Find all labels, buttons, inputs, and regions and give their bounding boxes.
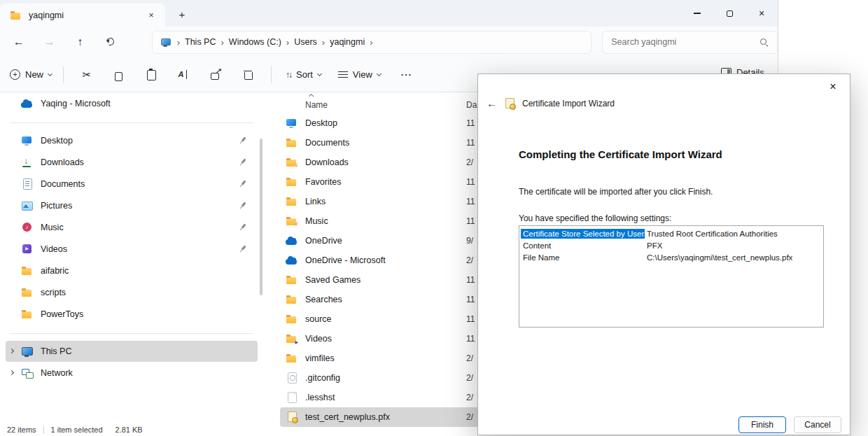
- toolbar-divider: [63, 66, 64, 83]
- folder-down-icon: ↓: [286, 157, 298, 168]
- breadcrumb-item-yaqingmi[interactable]: yaqingmi: [330, 37, 365, 47]
- up-button[interactable]: ↑: [74, 36, 86, 48]
- folder-icon: [286, 353, 298, 364]
- dialog-close-icon[interactable]: ×: [823, 78, 843, 95]
- cloud-icon: [286, 255, 298, 266]
- breadcrumb-item-users[interactable]: Users: [294, 37, 317, 47]
- this-pc-icon: [160, 37, 171, 47]
- gear-file-icon: [286, 372, 298, 384]
- new-tab-button[interactable]: +: [174, 6, 190, 23]
- sort-arrows-icon: ↑↓: [286, 70, 291, 80]
- file-item-lesshst[interactable]: .lesshst2/: [280, 388, 490, 407]
- file-item-music[interactable]: ♪Music11: [280, 211, 490, 231]
- new-button[interactable]: + New: [10, 69, 52, 80]
- address-bar[interactable]: › This PC›Windows (C:)›Users›yaqingmi›: [152, 31, 592, 54]
- file-name: Desktop: [305, 118, 337, 128]
- documents-icon: [21, 178, 34, 190]
- share-icon[interactable]: [208, 69, 223, 80]
- folder-icon: [21, 309, 34, 320]
- onedrive-cloud-icon: [21, 98, 34, 109]
- sidebar-item-desktop[interactable]: Desktop: [6, 130, 258, 151]
- sidebar-item-aifabric[interactable]: aifabric: [6, 260, 258, 281]
- pictures-icon: [21, 200, 34, 211]
- chevron-right-icon: ›: [370, 37, 372, 48]
- plus-icon: +: [10, 69, 20, 80]
- sidebar-item-onedrive[interactable]: Yaqing - Microsoft: [6, 93, 258, 114]
- setting-row-content[interactable]: ContentPFX: [519, 239, 823, 251]
- sidebar-item-network[interactable]: Network: [6, 363, 258, 384]
- refresh-button[interactable]: [104, 36, 117, 48]
- file-item-vimfiles[interactable]: vimfiles2/: [280, 349, 490, 368]
- file-item-gitconfig[interactable]: .gitconfig2/: [280, 368, 490, 388]
- file-item-searches[interactable]: Searches11: [280, 290, 490, 309]
- file-item-downloads[interactable]: ↓Downloads2/: [280, 153, 490, 172]
- sidebar-divider: [10, 333, 253, 334]
- setting-row-certificate-store-selected-by-user[interactable]: Certificate Store Selected by UserTruste…: [519, 227, 823, 239]
- folder-icon: [286, 314, 298, 325]
- delete-icon[interactable]: [240, 70, 255, 80]
- file-name: Searches: [305, 295, 342, 304]
- search-box[interactable]: Search yaqingmi: [602, 31, 778, 54]
- tab-close-icon[interactable]: ×: [144, 8, 158, 22]
- tab-bar: yaqingmi × + ×: [0, 0, 778, 27]
- copy-icon[interactable]: [111, 70, 127, 80]
- sidebar-item-powertoys[interactable]: PowerToys: [6, 304, 258, 325]
- setting-row-file-name[interactable]: File NameC:\Users\yaqingmi\test_cert_new…: [519, 251, 823, 263]
- sidebar-item-label: Documents: [41, 179, 85, 189]
- minimize-button[interactable]: [681, 0, 713, 27]
- file-item-favorites[interactable]: Favorites11: [280, 172, 490, 192]
- sidebar-item-downloads[interactable]: Downloads: [6, 152, 258, 173]
- sidebar-item-label: Network: [41, 368, 73, 378]
- breadcrumb: This PC›Windows (C:)›Users›yaqingmi›: [185, 37, 378, 48]
- cancel-button[interactable]: Cancel: [794, 416, 841, 433]
- sidebar-item-videos[interactable]: Videos: [6, 239, 258, 260]
- column-header-name[interactable]: Name: [305, 100, 328, 110]
- file-item-links[interactable]: Links11: [280, 192, 490, 211]
- forward-button[interactable]: →: [43, 36, 56, 48]
- file-item-onedrive[interactable]: OneDrive9/: [280, 231, 490, 251]
- file-item-documents[interactable]: Documents11: [280, 133, 490, 153]
- finish-button[interactable]: Finish: [738, 416, 786, 433]
- sort-button[interactable]: ↑↓ Sort: [286, 69, 321, 80]
- file-item-desktop[interactable]: Desktop11: [280, 113, 490, 133]
- sidebar-item-label: Pictures: [41, 201, 72, 211]
- sort-ascending-icon: [309, 94, 314, 99]
- file-name: vimfiles: [305, 353, 335, 363]
- close-button[interactable]: ×: [746, 0, 778, 27]
- sidebar-item-label: Music: [41, 223, 64, 232]
- cut-icon[interactable]: ✂: [79, 69, 94, 81]
- file-item-saved-games[interactable]: Saved Games11: [280, 270, 490, 290]
- sidebar-item-label: Yaqing - Microsoft: [41, 99, 111, 108]
- breadcrumb-item-this-pc[interactable]: This PC: [185, 37, 216, 47]
- back-button[interactable]: ←: [13, 36, 25, 48]
- folder-videos-icon: ▶: [286, 333, 298, 344]
- selection-size: 2.81 KB: [115, 426, 143, 434]
- back-arrow-icon[interactable]: ←: [486, 97, 497, 109]
- sidebar-scrollbar[interactable]: [260, 139, 262, 295]
- rename-icon[interactable]: [176, 70, 191, 80]
- file-item-test-cert-newplus-pfx[interactable]: test_cert_newplus.pfx2/: [280, 407, 490, 427]
- sidebar-item-pictures[interactable]: Pictures: [6, 195, 258, 216]
- sidebar-item-this-pc[interactable]: This PC: [6, 341, 258, 362]
- maximize-button[interactable]: [713, 0, 746, 27]
- file-name: Documents: [305, 138, 349, 148]
- selection-count: 1 item selected: [51, 426, 103, 434]
- file-item-onedrive-microsoft[interactable]: OneDrive - Microsoft2/: [280, 251, 490, 270]
- settings-listview[interactable]: Certificate Store Selected by UserTruste…: [519, 225, 824, 328]
- file-item-source[interactable]: source11: [280, 309, 490, 329]
- paste-icon[interactable]: [144, 69, 159, 80]
- view-button[interactable]: View: [338, 69, 381, 80]
- sidebar-item-scripts[interactable]: scripts: [6, 282, 258, 303]
- more-options-icon[interactable]: ···: [399, 69, 414, 80]
- sidebar-item-music[interactable]: Music: [6, 217, 258, 238]
- sidebar-item-label: Videos: [41, 244, 67, 254]
- setting-key: Content: [521, 241, 645, 251]
- pin-icon: [237, 200, 248, 211]
- cloud-icon: [286, 235, 298, 246]
- sidebar-item-documents[interactable]: Documents: [6, 174, 258, 195]
- breadcrumb-item-windows-c[interactable]: Windows (C:): [229, 37, 281, 47]
- explorer-tab[interactable]: yaqingmi ×: [0, 3, 165, 27]
- folder-icon: [21, 287, 34, 298]
- file-name: Music: [305, 216, 328, 226]
- file-item-videos[interactable]: ▶Videos11: [280, 329, 490, 349]
